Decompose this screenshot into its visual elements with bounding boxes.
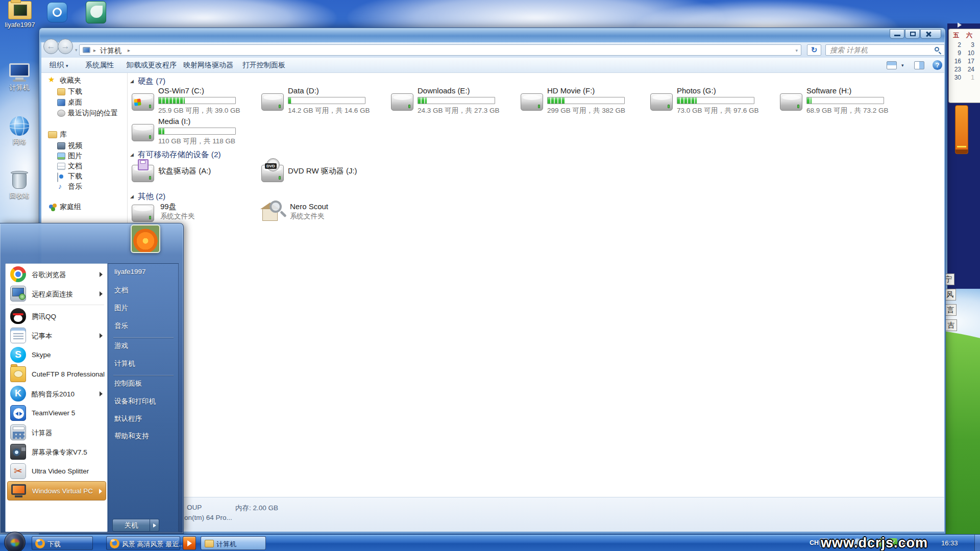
show-desktop-button[interactable]: [974, 535, 980, 551]
menu-item-devices-printers[interactable]: 设备和打印机: [114, 397, 156, 406]
section-header-harddisks[interactable]: 硬盘 (7): [138, 76, 165, 87]
sidebar-libraries[interactable]: 库: [60, 130, 67, 139]
drive-i[interactable]: Media (I:) 110 GB 可用，共 118 GB: [132, 117, 259, 146]
firefox-icon: [35, 539, 45, 548]
user-picture[interactable]: [131, 224, 160, 253]
calendar-day: 3: [966, 41, 974, 49]
refresh-button[interactable]: ↻: [807, 44, 821, 56]
sidebar-homegroup[interactable]: 家庭组: [60, 203, 81, 212]
close-button[interactable]: [920, 29, 941, 39]
sidebar-downloads[interactable]: 下载: [68, 87, 82, 96]
minimize-icon: [894, 35, 900, 36]
section-collapse-icon[interactable]: ◢: [130, 194, 134, 199]
desktop-icon-app-blue[interactable]: [36, 2, 79, 24]
drive-g[interactable]: Photos (G:) 73.0 GB 可用，共 97.6 GB: [650, 86, 778, 116]
language-indicator[interactable]: CH: [810, 539, 819, 546]
help-icon[interactable]: ?: [933, 60, 942, 70]
organize-menu[interactable]: 组织▾: [50, 61, 68, 70]
sidebar-pictures[interactable]: 图片: [68, 152, 82, 161]
menu-item-kugou[interactable]: K 酷狗音乐2010: [7, 384, 106, 404]
menu-item-windows-virtual-pc[interactable]: Windows Virtual PC: [7, 481, 106, 500]
menu-item-games[interactable]: 游戏: [114, 341, 128, 350]
section-collapse-icon[interactable]: ◢: [130, 152, 134, 157]
menu-item-computer[interactable]: 计算机: [114, 359, 135, 368]
item-nero-scout[interactable]: Nero Scout 系统文件夹: [261, 202, 389, 225]
sidebar-recent-places[interactable]: 最近访问的位置: [68, 109, 118, 118]
menu-item-help-support[interactable]: 帮助和支持: [114, 432, 149, 441]
drive-c[interactable]: OS-Win7 (C:) 25.9 GB 可用，共 39.0 GB: [132, 86, 259, 116]
views-dropdown-icon[interactable]: ▾: [901, 63, 904, 68]
address-bar[interactable]: ▸ 计算机 ▸ ▾: [79, 44, 801, 56]
desktop-icon-network[interactable]: 网络: [0, 116, 41, 146]
menu-item-qq[interactable]: 腾讯QQ: [7, 307, 106, 326]
search-input[interactable]: [826, 45, 944, 55]
taskbar-button-media-player[interactable]: [183, 536, 196, 550]
desktop-icon-computer[interactable]: 计算机: [0, 63, 41, 92]
address-dropdown-icon[interactable]: ▾: [795, 48, 798, 53]
taskbar-clock[interactable]: 16:33: [941, 539, 958, 547]
sidebar-documents[interactable]: 文档: [68, 162, 82, 171]
drive-d[interactable]: Data (D:) 14.2 GB 可用，共 14.6 GB: [261, 86, 389, 116]
start-button[interactable]: [4, 532, 26, 551]
sidebar-music[interactable]: 音乐: [68, 182, 82, 191]
capacity-bar: [418, 97, 495, 104]
taskbar-button-firefox-scenery[interactable]: 风景 高清风景 最近...: [106, 536, 180, 550]
menu-item-remote-desktop[interactable]: 远程桌面连接: [7, 284, 106, 304]
drive-h[interactable]: Software (H:) 68.9 GB 可用，共 73.2 GB: [780, 86, 908, 116]
menu-item-pictures[interactable]: 图片: [114, 304, 128, 313]
menu-item-user[interactable]: liyafe1997: [114, 268, 146, 276]
taskbar-button-computer[interactable]: 计算机: [201, 536, 266, 550]
section-collapse-icon[interactable]: ◢: [130, 79, 134, 84]
sidebar-videos[interactable]: 视频: [68, 141, 82, 151]
search-box[interactable]: [825, 44, 945, 56]
menu-item-teamviewer[interactable]: TeamViewer 5: [7, 404, 106, 423]
gadget-arrow-icon[interactable]: [958, 22, 962, 28]
menu-item-skype[interactable]: S Skype: [7, 345, 106, 365]
windows-orb-icon: [11, 539, 19, 546]
shutdown-button[interactable]: 关机: [112, 519, 150, 532]
capacity-bar: [288, 97, 365, 104]
menu-item-chrome[interactable]: 谷歌浏览器: [7, 265, 106, 284]
section-header-removable[interactable]: 有可移动存储的设备 (2): [138, 149, 221, 160]
item-99-disk[interactable]: 99盘 系统文件夹: [132, 202, 259, 225]
menu-item-video-splitter[interactable]: ✂ Ultra Video Splitter: [7, 462, 106, 481]
menu-item-notepad[interactable]: 记事本: [7, 326, 106, 345]
forward-button[interactable]: →: [58, 39, 73, 54]
toolbar-uninstall-program[interactable]: 卸载或更改程序: [127, 61, 177, 70]
sidebar-favorites[interactable]: 收藏夹: [60, 76, 81, 85]
minimize-button[interactable]: [890, 29, 904, 39]
menu-item-cuteftp[interactable]: CuteFTP 8 Professional: [7, 365, 106, 384]
menu-item-music[interactable]: 音乐: [114, 321, 128, 331]
menu-item-documents[interactable]: 文档: [114, 286, 128, 295]
title-bar[interactable]: [40, 28, 945, 42]
recent-places-icon: [57, 110, 65, 117]
desktop-icon-app-teal[interactable]: [75, 1, 117, 25]
menu-item-screen-recorder[interactable]: 屏幕录像专家V7.5: [7, 442, 106, 462]
shutdown-options-button[interactable]: [150, 519, 159, 532]
breadcrumb[interactable]: 计算机: [100, 46, 121, 56]
drive-e[interactable]: Downloads (E:) 24.3 GB 可用，共 27.3 GB: [391, 86, 519, 116]
calendar-day: 9: [953, 49, 961, 57]
maximize-button[interactable]: [905, 29, 920, 39]
section-header-other[interactable]: 其他 (2): [138, 191, 165, 202]
preview-pane-icon[interactable]: [914, 61, 924, 69]
music-note-icon: ♪: [58, 182, 62, 190]
dvd-drive-j[interactable]: DVD DVD RW 驱动器 (J:): [261, 160, 389, 183]
menu-item-default-programs[interactable]: 默认程序: [114, 414, 142, 423]
calendar-weekday: 五: [953, 31, 959, 40]
drive-f[interactable]: HD Movie (F:) 299 GB 可用，共 382 GB: [521, 86, 648, 116]
change-view-icon[interactable]: [887, 61, 897, 69]
taskbar-button-firefox-downloads[interactable]: 下载: [32, 536, 93, 550]
toolbar-system-properties[interactable]: 系统属性: [85, 61, 114, 70]
toolbar-open-control-panel[interactable]: 打开控制面板: [242, 61, 285, 70]
floppy-drive-a[interactable]: 软盘驱动器 (A:): [132, 160, 259, 183]
back-button[interactable]: ←: [43, 39, 59, 54]
desktop-icon-recycle-bin[interactable]: 回收站: [0, 169, 41, 201]
sidebar-downloads-lib[interactable]: 下载: [68, 172, 82, 181]
capacity-bar: [547, 97, 625, 104]
sidebar-desktop[interactable]: 桌面: [68, 98, 82, 107]
toolbar-map-network-drive[interactable]: 映射网络驱动器: [183, 61, 233, 70]
menu-item-calculator[interactable]: 计算器: [7, 423, 106, 442]
menu-item-control-panel[interactable]: 控制面板: [114, 379, 142, 388]
nav-history-chevron-icon[interactable]: ▾: [75, 47, 78, 53]
